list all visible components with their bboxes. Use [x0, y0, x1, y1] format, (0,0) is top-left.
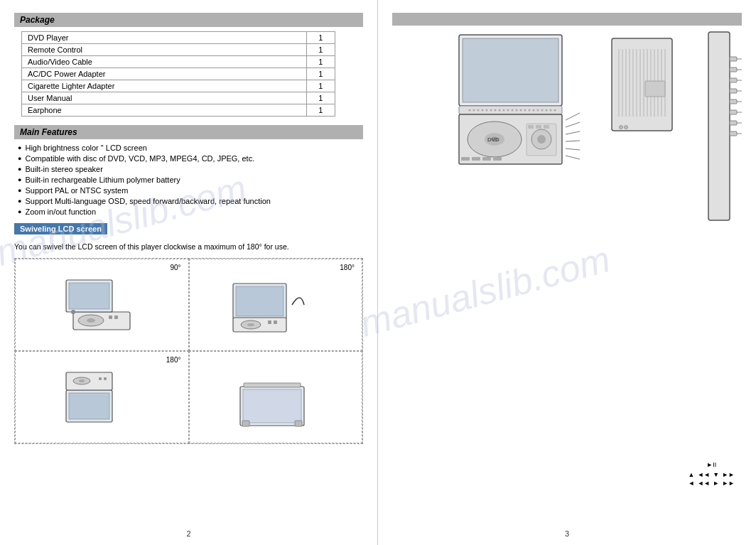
- svg-point-20: [79, 379, 85, 382]
- svg-rect-62: [544, 125, 549, 129]
- svg-point-50: [549, 109, 551, 112]
- features-list: High brightness color " LCD screenCompat…: [18, 144, 363, 216]
- package-header: Package: [14, 13, 363, 27]
- page-number-left: 2: [186, 529, 190, 538]
- package-table: DVD Player1Remote Control1Audio/Video Ca…: [21, 31, 335, 117]
- svg-point-31: [468, 109, 470, 112]
- package-item-qty: 1: [306, 32, 335, 44]
- svg-point-39: [502, 109, 504, 112]
- svg-line-69: [566, 131, 580, 134]
- svg-rect-15: [274, 320, 277, 324]
- package-row: Audio/Video Cable1: [22, 56, 335, 68]
- package-item-qty: 1: [306, 104, 335, 117]
- svg-rect-99: [730, 131, 737, 136]
- package-row: Remote Control1: [22, 44, 335, 56]
- svg-point-48: [541, 109, 543, 112]
- page-number-right: 3: [565, 529, 569, 538]
- dvd-rear-view: [608, 31, 679, 173]
- dvd-diagram-swivel: [230, 358, 322, 436]
- dvd-diagram-180-top: [230, 269, 322, 340]
- gray-bar-right: [392, 13, 742, 26]
- package-item-qty: 1: [306, 44, 335, 56]
- diagram-180deg-top: 180°: [189, 259, 363, 351]
- rwd-symbol: ◄◄: [697, 480, 710, 487]
- svg-line-71: [566, 149, 580, 150]
- btn-row-nav2: ◄ ◄◄ ► ►►: [688, 480, 735, 487]
- svg-rect-10: [236, 286, 284, 316]
- svg-rect-27: [244, 383, 301, 387]
- svg-rect-97: [730, 110, 737, 114]
- next-symbol: ►►: [722, 471, 735, 478]
- up-symbol: ▲: [688, 471, 695, 478]
- button-layout: ►II ▲ ◄◄ ▼ ►► ◄ ◄◄ ► ►►: [688, 460, 735, 488]
- svg-line-70: [566, 141, 580, 141]
- svg-rect-91: [708, 32, 730, 220]
- package-item-qty: 1: [306, 80, 335, 92]
- svg-rect-64: [472, 157, 480, 161]
- svg-point-37: [494, 109, 496, 112]
- angle-label-90: 90°: [170, 264, 180, 271]
- btn-row-play: ►II: [688, 461, 735, 468]
- feature-item: Compatible with disc of DVD, VCD, MP3, M…: [18, 154, 363, 163]
- fwd-symbol: ►►: [722, 480, 735, 487]
- svg-point-47: [536, 109, 539, 112]
- package-item-qty: 1: [306, 56, 335, 68]
- package-item-name: User Manual: [22, 92, 307, 104]
- svg-rect-63: [461, 157, 470, 161]
- down-symbol: ▼: [713, 471, 719, 478]
- package-item-name: Cigarette Lighter Adapter: [22, 80, 307, 92]
- svg-rect-95: [730, 89, 737, 93]
- device-diagrams-row: DVD: [392, 31, 742, 173]
- diagram-90deg: 90°: [15, 259, 189, 351]
- package-item-qty: 1: [306, 92, 335, 104]
- svg-rect-6: [69, 283, 109, 309]
- angle-label-180-bottom: 180°: [166, 356, 181, 364]
- package-row: Earphone1: [22, 104, 335, 117]
- svg-rect-60: [528, 125, 534, 129]
- features-header: Main Features: [14, 125, 363, 139]
- play-pause-symbol: ►II: [706, 461, 716, 468]
- svg-point-33: [477, 109, 479, 112]
- svg-line-67: [566, 113, 580, 120]
- page-right: DVD: [378, 0, 756, 545]
- svg-rect-61: [536, 125, 541, 129]
- right-symbol: ►: [713, 480, 719, 487]
- package-item-name: Remote Control: [22, 44, 307, 56]
- diagram-180deg-bottom: 180°: [15, 351, 189, 443]
- svg-point-13: [247, 323, 254, 326]
- svg-point-59: [537, 135, 546, 144]
- svg-point-2: [87, 318, 95, 323]
- package-row: User Manual1: [22, 92, 335, 104]
- svg-point-34: [481, 109, 483, 112]
- svg-rect-17: [69, 393, 109, 419]
- package-row: AC/DC Power Adapter1: [22, 68, 335, 80]
- watermark-right: manualslib.com: [355, 237, 614, 345]
- svg-point-46: [532, 109, 534, 112]
- feature-item: Support PAL or NTSC system: [18, 186, 363, 195]
- svg-rect-65: [482, 157, 491, 161]
- svg-point-42: [515, 109, 517, 112]
- package-item-name: AC/DC Power Adapter: [22, 68, 307, 80]
- package-item-name: Audio/Video Cable: [22, 56, 307, 68]
- angle-label-180-top: 180°: [340, 264, 355, 271]
- svg-point-41: [511, 109, 513, 112]
- svg-line-72: [566, 156, 580, 159]
- dvd-side-view: [703, 28, 742, 227]
- swivel-header: Swiveling LCD screen: [14, 223, 107, 234]
- svg-point-36: [490, 109, 492, 112]
- svg-point-45: [528, 109, 530, 112]
- btn-row-nav1: ▲ ◄◄ ▼ ►►: [688, 471, 735, 478]
- side-view-container: [703, 28, 742, 229]
- svg-point-44: [524, 109, 526, 112]
- page-left: Package DVD Player1Remote Control1Audio/…: [0, 0, 378, 545]
- svg-point-8: [71, 310, 75, 314]
- svg-point-38: [498, 109, 500, 112]
- svg-rect-93: [730, 68, 737, 72]
- svg-rect-98: [730, 121, 737, 125]
- package-item-qty: 1: [306, 68, 335, 80]
- dvd-diagram-flat: [59, 358, 144, 436]
- svg-rect-22: [104, 377, 107, 380]
- svg-line-68: [566, 122, 580, 127]
- svg-point-32: [472, 109, 475, 112]
- svg-point-89: [619, 126, 622, 129]
